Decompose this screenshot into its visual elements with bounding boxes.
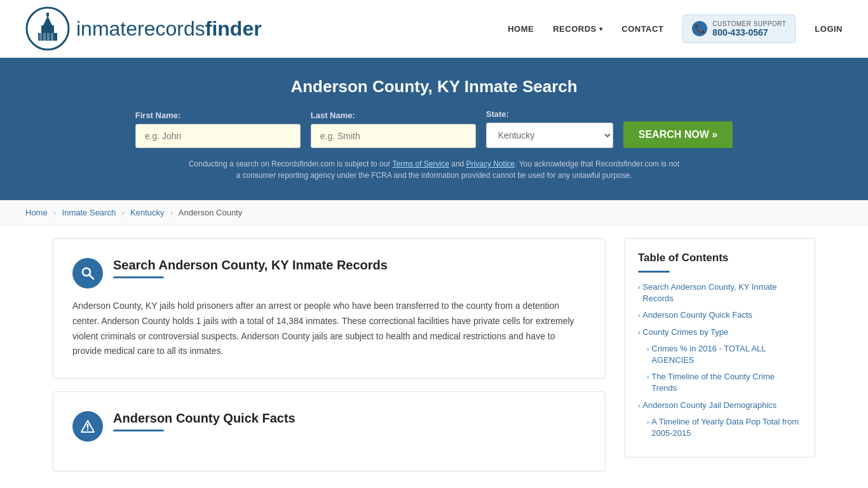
svg-rect-5: [39, 33, 42, 41]
toc-link[interactable]: ›County Crimes by Type: [638, 327, 802, 338]
logo[interactable]: inmaterecordsfinder: [25, 6, 262, 51]
svg-rect-8: [51, 33, 53, 41]
toc-chevron-icon: ›: [647, 345, 649, 354]
toc-title: Table of Contents: [638, 252, 802, 264]
last-name-label: Last Name:: [311, 111, 476, 120]
tos-link[interactable]: Terms of Service: [393, 159, 449, 168]
support-number: 800-433-0567: [712, 27, 786, 37]
nav-records[interactable]: RECORDS ▾: [553, 24, 602, 34]
section1-header: Search Anderson County, KY Inmate Record…: [72, 258, 586, 288]
toc-link[interactable]: ›Anderson County Quick Facts: [638, 309, 802, 321]
headset-icon: 📞: [692, 21, 707, 36]
breadcrumb-sep-1: ›: [53, 209, 56, 217]
hero-banner: Anderson County, KY Inmate Search First …: [0, 58, 868, 200]
breadcrumb-sep-2: ›: [122, 209, 125, 217]
breadcrumb-sep-3: ›: [170, 209, 173, 217]
toc-item: ›Anderson County Quick Facts: [638, 309, 802, 321]
first-name-input[interactable]: [135, 124, 301, 148]
svg-rect-6: [43, 33, 46, 41]
toc-link[interactable]: ›Search Anderson County, KY Inmate Recor…: [638, 281, 802, 304]
toc-item: ›Anderson County Jail Demographics: [638, 400, 802, 411]
state-label: State:: [486, 109, 613, 119]
breadcrumb-state[interactable]: Kentucky: [130, 208, 164, 217]
alert-icon: [72, 411, 103, 442]
section2-title-area: Anderson County Quick Facts: [113, 411, 295, 431]
svg-line-10: [90, 275, 93, 279]
privacy-link[interactable]: Privacy Notice: [466, 159, 515, 168]
right-sidebar: Table of Contents ›Search Anderson Count…: [625, 238, 815, 471]
main-nav: HOME RECORDS ▾ CONTACT 📞 CUSTOMER SUPPOR…: [508, 15, 843, 43]
section1-body: Anderson County, KY jails hold prisoners…: [72, 299, 586, 359]
toc-item: ›Search Anderson County, KY Inmate Recor…: [638, 281, 802, 304]
toc-chevron-icon: ›: [638, 283, 640, 292]
records-chevron-icon: ▾: [599, 25, 603, 32]
toc-link[interactable]: ›Anderson County Jail Demographics: [638, 400, 802, 411]
search-records-section: Search Anderson County, KY Inmate Record…: [53, 238, 606, 379]
section2-title: Anderson County Quick Facts: [113, 411, 295, 426]
toc-item: ›County Crimes by Type: [638, 327, 802, 338]
toc-chevron-icon: ›: [638, 311, 640, 320]
toc-list: ›Search Anderson County, KY Inmate Recor…: [638, 281, 802, 439]
first-name-label: First Name:: [135, 111, 301, 120]
logo-text-normal: inmaterecords: [76, 17, 205, 40]
toc-item: ›The Timeline of the County Crime Trends: [647, 371, 802, 394]
breadcrumb-inmate-search[interactable]: Inmate Search: [62, 208, 116, 217]
logo-text: inmaterecordsfinder: [76, 17, 262, 41]
toc-chevron-icon: ›: [647, 418, 649, 427]
toc-chevron-icon: ›: [638, 402, 640, 410]
nav-login[interactable]: LOGIN: [815, 24, 843, 34]
logo-text-bold: finder: [205, 17, 262, 40]
support-label: CUSTOMER SUPPORT: [712, 20, 786, 27]
hero-title: Anderson County, KY Inmate Search: [25, 77, 843, 97]
toc-divider: [638, 271, 670, 273]
last-name-group: Last Name:: [311, 111, 476, 148]
breadcrumb: Home › Inmate Search › Kentucky › Anders…: [0, 200, 868, 226]
svg-rect-7: [47, 33, 50, 41]
toc-link[interactable]: ›Crimes % in 2016 - TOTAL ALL AGENCIES: [647, 343, 802, 366]
search-icon: [72, 258, 103, 288]
quick-facts-section: Anderson County Quick Facts: [53, 391, 606, 471]
state-group: State: Kentucky Alabama Alaska Arizona C…: [486, 109, 613, 148]
svg-point-13: [87, 429, 88, 430]
state-select[interactable]: Kentucky Alabama Alaska Arizona Californ…: [486, 123, 613, 148]
last-name-input[interactable]: [311, 124, 476, 148]
toc-item: ›A Timeline of Yearly Data Pop Total fro…: [647, 416, 802, 439]
toc-link[interactable]: ›The Timeline of the County Crime Trends: [647, 371, 802, 394]
section2-header: Anderson County Quick Facts: [72, 411, 586, 442]
nav-contact[interactable]: CONTACT: [621, 24, 663, 34]
toc-item: ›Crimes % in 2016 - TOTAL ALL AGENCIES: [647, 343, 802, 366]
svg-marker-3: [43, 16, 52, 25]
toc-chevron-icon: ›: [638, 329, 640, 337]
nav-home[interactable]: HOME: [508, 24, 534, 34]
toc-card: Table of Contents ›Search Anderson Count…: [625, 238, 815, 458]
first-name-group: First Name:: [135, 111, 301, 148]
left-column: Search Anderson County, KY Inmate Record…: [53, 238, 625, 471]
customer-support: 📞 CUSTOMER SUPPORT 800-433-0567: [682, 15, 796, 43]
section1-title-area: Search Anderson County, KY Inmate Record…: [113, 258, 388, 278]
section1-underline: [113, 276, 164, 278]
search-button[interactable]: SEARCH NOW »: [623, 121, 733, 148]
disclaimer-text: Conducting a search on Recordsfinder.com…: [186, 158, 682, 181]
svg-rect-2: [41, 25, 54, 33]
site-header: inmaterecordsfinder HOME RECORDS ▾ CONTA…: [0, 0, 868, 58]
section2-underline: [113, 430, 164, 431]
toc-link[interactable]: ›A Timeline of Yearly Data Pop Total fro…: [647, 416, 802, 439]
breadcrumb-home[interactable]: Home: [25, 208, 48, 217]
breadcrumb-current: Anderson County: [179, 208, 242, 217]
toc-chevron-icon: ›: [647, 373, 649, 382]
search-form: First Name: Last Name: State: Kentucky A…: [25, 109, 843, 148]
logo-icon: [25, 6, 70, 51]
section1-title: Search Anderson County, KY Inmate Record…: [113, 258, 388, 273]
svg-rect-4: [46, 13, 49, 17]
main-content: Search Anderson County, KY Inmate Record…: [27, 226, 841, 484]
